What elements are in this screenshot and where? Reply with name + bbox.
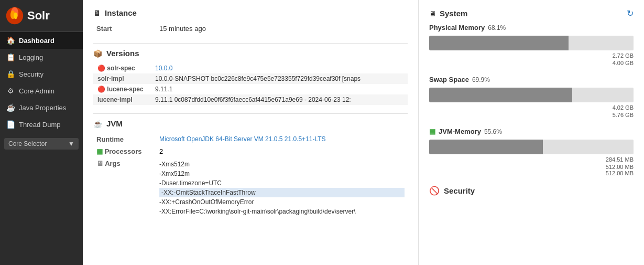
solr-spec-icon: 🔴 [97, 65, 105, 72]
sidebar-item-java-properties[interactable]: ☕ Java Properties [0, 99, 83, 116]
logging-icon: 📋 [6, 53, 15, 61]
lucene-impl-label: lucene-impl [97, 96, 133, 103]
divider [93, 113, 408, 114]
sidebar-item-logging[interactable]: 📋 Logging [0, 49, 83, 66]
swap-space-label: Swap Space [429, 76, 469, 83]
start-time: 15 minutes ago [159, 25, 206, 33]
system-title: System [440, 9, 467, 18]
core-admin-icon: ⚙ [6, 87, 15, 95]
versions-table: 🔴 solr-spec 10.0.0 solr-impl 10.0.0-SNAP… [93, 63, 408, 105]
jvm-icon: ☕ [93, 120, 102, 128]
solr-spec-link[interactable]: 10.0.0 [155, 65, 172, 72]
security-label: Security [444, 186, 475, 195]
processors-value: 2 [156, 145, 408, 157]
refresh-icon[interactable]: ↻ [627, 8, 634, 18]
security-section-header: 🚫 Security [429, 186, 634, 196]
swap-space-bar [429, 88, 634, 102]
version-label: 🔴 solr-spec [93, 63, 151, 73]
swap-space-section: Swap Space 69.9% 4.02 GB 5.76 GB [429, 76, 634, 118]
jvm-memory-label: JVM-Memory [439, 128, 481, 135]
dashboard-icon: 🏠 [6, 36, 15, 45]
table-row: ▦ Processors 2 [93, 145, 408, 157]
jvm-memory-section: ▦ JVM-Memory 55.6% 284.51 MB 512.00 MB 5… [429, 128, 634, 176]
version-value: 9.11.1 [151, 84, 408, 94]
args-icon: 🖥 [96, 160, 103, 167]
solr-logo-text: Solr [27, 9, 50, 23]
jvm-table: Runtime Microsoft OpenJDK 64-Bit Server … [93, 133, 408, 218]
table-row: solr-impl 10.0.0-SNAPSHOT bc0c226c8fe9c4… [93, 73, 408, 84]
physical-memory-section: Physical Memory 68.1% 2.72 GB 4.00 GB [429, 24, 634, 66]
lucene-spec-label: lucene-spec [107, 86, 143, 93]
versions-title: Versions [106, 49, 139, 58]
sidebar-item-label: Core Admin [19, 87, 54, 95]
instance-section-header: 🖥 Instance [93, 8, 408, 17]
swap-space-bar-fill [429, 88, 572, 102]
thread-dump-icon: 📄 [6, 120, 15, 129]
sidebar-item-security[interactable]: 🔒 Security [0, 66, 83, 82]
version-label: solr-impl [93, 73, 151, 84]
list-item: -XX:+CrashOnOutOfMemoryError [159, 197, 405, 207]
sidebar-item-label: Security [19, 70, 43, 78]
swap-space-header: Swap Space 69.9% [429, 76, 634, 83]
version-value: 10.0.0-SNAPSHOT bc0c226c8fe9c475e5e72335… [151, 73, 408, 84]
list-item: -Duser.timezone=UTC [159, 178, 405, 188]
runtime-value: Microsoft OpenJDK 64-Bit Server VM 21.0.… [156, 133, 408, 145]
args-cell: -Xms512m -Xmx512m -Duser.timezone=UTC -X… [156, 157, 408, 218]
jvm-memory-bar-fill [429, 140, 543, 154]
physical-memory-label: Physical Memory [429, 24, 485, 31]
sidebar-item-thread-dump[interactable]: 📄 Thread Dump [0, 116, 83, 133]
jvm-memory-pct: 55.6% [484, 128, 502, 135]
jvm-title: JVM [106, 119, 123, 128]
system-section-header: 🖥 System ↻ [429, 8, 634, 18]
args-list: -Xms512m -Xmx512m -Duser.timezone=UTC -X… [159, 160, 405, 216]
physical-memory-header: Physical Memory 68.1% [429, 24, 634, 31]
instance-title: Instance [105, 8, 137, 17]
args-label: 🖥 Args [93, 157, 156, 218]
sidebar-item-label: Thread Dump [19, 121, 60, 129]
system-icon: 🖥 [429, 9, 436, 18]
processors-icon: ▦ [96, 147, 103, 155]
chevron-down-icon: ▼ [68, 140, 74, 147]
start-value: 15 minutes ago [156, 23, 408, 35]
physical-memory-bar [429, 36, 634, 50]
jvm-memory-labels: 284.51 MB [429, 156, 634, 163]
versions-icon: 📦 [93, 49, 102, 58]
jvm-memory-total1: 512.00 MB [429, 164, 634, 170]
table-row: Start 15 minutes ago [93, 23, 408, 35]
sidebar-item-core-admin[interactable]: ⚙ Core Admin [0, 82, 83, 99]
table-row: 🔴 solr-spec 10.0.0 [93, 63, 408, 73]
jvm-section-header: ☕ JVM [93, 119, 408, 128]
right-panel: 🖥 System ↻ Physical Memory 68.1% 2.72 GB… [419, 0, 644, 265]
physical-memory-bar-fill [429, 36, 569, 50]
solr-spec-label: solr-spec [107, 65, 135, 72]
table-row: Runtime Microsoft OpenJDK 64-Bit Server … [93, 133, 408, 145]
core-selector[interactable]: Core Selector ▼ [4, 138, 79, 150]
jvm-memory-total2: 512.00 MB [429, 170, 634, 176]
main-content: 🖥 Instance Start 15 minutes ago 📦 Versio… [83, 0, 644, 265]
version-value: 10.0.0 [151, 63, 408, 73]
table-row: 🔴 lucene-spec 9.11.1 [93, 84, 408, 94]
table-row: 🖥 Args -Xms512m -Xmx512m -Duser.timezone… [93, 157, 408, 218]
sidebar-item-label: Logging [19, 54, 43, 61]
jvm-memory-bar [429, 140, 634, 154]
left-panel: 🖥 Instance Start 15 minutes ago 📦 Versio… [83, 0, 419, 265]
solr-logo-icon [5, 6, 24, 25]
divider [93, 43, 408, 44]
lucene-spec-icon: 🔴 [97, 86, 105, 93]
start-label: Start [93, 23, 156, 35]
logo-area: Solr [0, 0, 83, 32]
jvm-memory-used: 284.51 MB [606, 156, 634, 163]
version-value: 9.11.1 0c087dfdd10e0f6f3f6faecc6af4415e6… [151, 94, 408, 105]
security-badge-icon: 🚫 [429, 186, 440, 196]
list-item: -Xmx512m [159, 169, 405, 178]
solr-logo: Solr [5, 6, 50, 25]
security-icon: 🔒 [6, 70, 15, 78]
jvm-memory-header: ▦ JVM-Memory 55.6% [429, 128, 634, 135]
physical-memory-labels: 2.72 GB [429, 52, 634, 59]
java-icon: ☕ [6, 103, 15, 112]
instance-table: Start 15 minutes ago [93, 23, 408, 35]
solr-impl-label: solr-impl [97, 75, 124, 82]
list-item: -Xms512m [159, 160, 405, 169]
jvm-memory-icon: ▦ [429, 128, 435, 135]
sidebar-item-dashboard[interactable]: 🏠 Dashboard [0, 32, 83, 49]
